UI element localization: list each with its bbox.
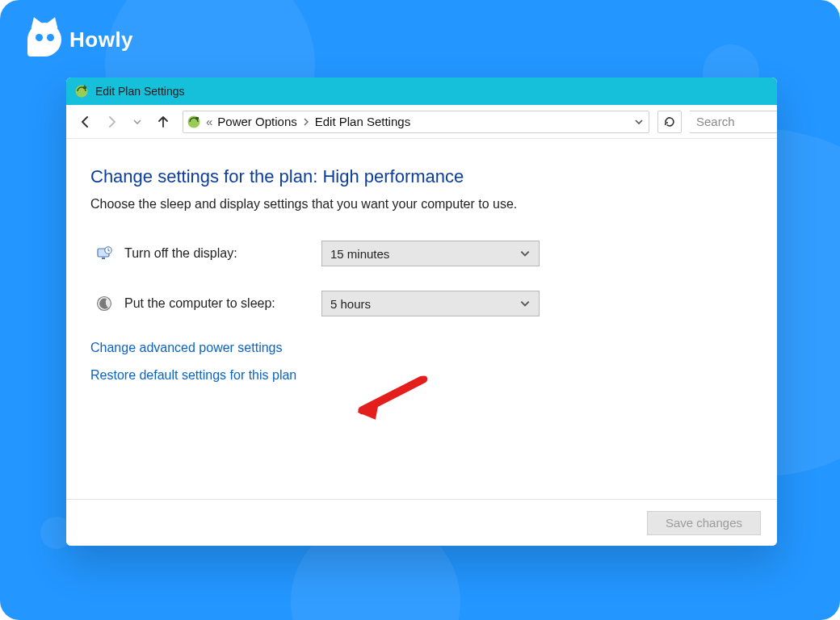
- chevron-down-icon: [519, 298, 531, 309]
- brand-name: Howly: [69, 27, 133, 52]
- svg-rect-2: [84, 85, 85, 86]
- svg-rect-4: [195, 117, 199, 119]
- background-card: Howly Edit Plan Settings: [0, 0, 840, 620]
- moon-icon: [95, 295, 113, 312]
- recent-chevron-icon[interactable]: [126, 111, 149, 133]
- save-changes-label: Save changes: [666, 516, 742, 530]
- chevron-down-icon[interactable]: [634, 117, 644, 127]
- sleep-timeout-value: 5 hours: [330, 297, 371, 311]
- titlebar[interactable]: Edit Plan Settings: [66, 78, 777, 105]
- sleep-setting-row: Put the computer to sleep: 5 hours: [90, 291, 753, 316]
- display-label: Turn off the display:: [124, 246, 310, 261]
- forward-button[interactable]: [100, 111, 123, 133]
- sleep-timeout-dropdown[interactable]: 5 hours: [321, 291, 540, 316]
- restore-defaults-link[interactable]: Restore default settings for this plan: [90, 368, 296, 383]
- back-button[interactable]: [74, 111, 97, 133]
- search-input[interactable]: Search: [690, 111, 777, 133]
- monitor-clock-icon: [95, 245, 113, 262]
- chevron-down-icon: [519, 248, 531, 259]
- display-setting-row: Turn off the display: 15 minutes: [90, 241, 753, 266]
- content-area: Change settings for the plan: High perfo…: [66, 139, 777, 499]
- breadcrumb-prefix: «: [206, 115, 212, 128]
- instruction-arrow-icon: [355, 375, 429, 423]
- page-heading: Change settings for the plan: High perfo…: [90, 166, 753, 187]
- chevron-right-icon: [302, 118, 310, 126]
- howly-logo: Howly: [27, 23, 133, 57]
- nav-toolbar: « Power Options Edit Plan Settings Searc…: [66, 105, 777, 139]
- edit-plan-settings-window: Edit Plan Settings: [66, 78, 777, 546]
- breadcrumb-edit-plan[interactable]: Edit Plan Settings: [315, 115, 410, 128]
- power-options-icon: [187, 115, 201, 129]
- refresh-button[interactable]: [657, 111, 682, 133]
- window-title: Edit Plan Settings: [95, 85, 185, 98]
- search-placeholder: Search: [696, 115, 735, 128]
- footer: Save changes: [66, 499, 777, 546]
- power-options-icon: [74, 84, 89, 98]
- breadcrumb-power-options[interactable]: Power Options: [217, 115, 296, 128]
- owl-icon: [27, 23, 61, 57]
- save-changes-button[interactable]: Save changes: [647, 511, 761, 535]
- svg-rect-6: [102, 258, 105, 259]
- up-button[interactable]: [152, 111, 174, 133]
- change-advanced-link[interactable]: Change advanced power settings: [90, 341, 283, 355]
- address-bar[interactable]: « Power Options Edit Plan Settings: [183, 111, 649, 133]
- sleep-label: Put the computer to sleep:: [124, 296, 310, 311]
- page-subtext: Choose the sleep and display settings th…: [90, 197, 753, 212]
- display-timeout-dropdown[interactable]: 15 minutes: [321, 241, 540, 266]
- display-timeout-value: 15 minutes: [330, 247, 389, 261]
- svg-rect-1: [83, 86, 86, 89]
